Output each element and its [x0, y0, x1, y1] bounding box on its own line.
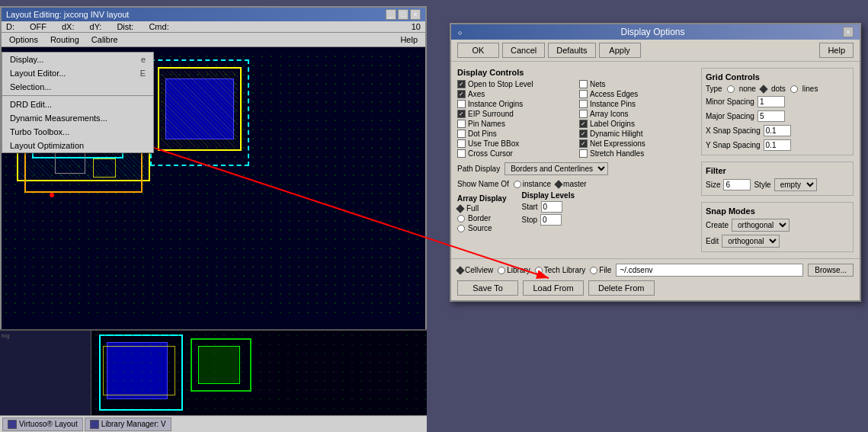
display-options-dialog: ⬦ Display Options × OK Cancel Defaults A…	[450, 23, 861, 302]
dropdown-item-display[interactable]: Display... e	[2, 53, 153, 66]
cb-label-origins[interactable]	[579, 120, 588, 128]
cancel-button[interactable]: Cancel	[502, 43, 545, 58]
path-display-select[interactable]: Borders and Centerlines	[504, 162, 608, 175]
ctrl-open-to-stop: Open to Stop Level	[457, 80, 573, 88]
library-label: Library	[507, 266, 530, 274]
apply-button[interactable]: Apply	[599, 43, 641, 58]
menu-options[interactable]: Options	[3, 34, 44, 46]
bottom-tech-library-item: Tech Library	[535, 266, 585, 274]
id-label: D:	[6, 22, 14, 31]
bottom-two-cols: Array Display Full Border Source	[457, 191, 695, 232]
delete-from-button[interactable]: Delete From	[588, 280, 655, 296]
dialog-close-button[interactable]: ×	[843, 27, 854, 37]
save-to-button[interactable]: Save To	[457, 280, 518, 296]
minimize-btn[interactable]: _	[386, 9, 396, 20]
dropdown-item-drd[interactable]: DRD Edit...	[2, 98, 153, 111]
array-border-radio[interactable]	[457, 215, 465, 222]
cellview-label: Cellview	[465, 266, 493, 274]
dialog-body: Display Controls Open to Stop Level Nets…	[451, 62, 860, 258]
grid-type-label: Type	[706, 85, 722, 93]
menu-routing[interactable]: Routing	[44, 34, 85, 46]
grid-type-lines-radio[interactable]	[790, 85, 798, 93]
dropdown-item-layout-opt[interactable]: Layout Optimization	[2, 139, 153, 152]
browse-button[interactable]: Browse...	[808, 264, 854, 277]
bottom-library-item: Library	[498, 266, 530, 274]
array-full-diamond[interactable]	[456, 204, 464, 213]
filter-size-input[interactable]	[723, 179, 751, 190]
level-start-input[interactable]	[541, 201, 562, 213]
cb-dot-pins[interactable]	[457, 130, 466, 138]
cellview-diamond[interactable]	[456, 266, 464, 274]
cb-array-icons[interactable]	[579, 110, 588, 118]
cb-nets[interactable]	[579, 80, 588, 88]
cb-net-expressions[interactable]	[579, 139, 588, 148]
taskbar-library[interactable]: Library Manager: V	[85, 418, 171, 431]
virtuoso-icon	[8, 420, 17, 429]
small-rect1	[55, 151, 85, 174]
show-name-radio-group: instance master	[514, 180, 587, 188]
dist-label: Dist:	[117, 22, 133, 31]
ctrl-dynamic-hilight: Dynamic Hilight	[579, 130, 695, 138]
maximize-btn[interactable]: □	[398, 9, 408, 20]
radio-master: master	[556, 180, 587, 188]
menu-help[interactable]: Help	[394, 34, 424, 46]
file-path-input[interactable]	[616, 264, 803, 277]
level-start-row: Start	[521, 201, 574, 213]
cb-pin-names[interactable]	[457, 120, 466, 128]
radio-instance-btn[interactable]	[514, 181, 521, 188]
close-btn[interactable]: ×	[410, 9, 421, 20]
dropdown-item-layout-editor[interactable]: Layout Editor... E	[2, 66, 153, 80]
cb-open-to-stop[interactable]	[457, 80, 466, 88]
display-levels-title: Display Levels	[521, 191, 574, 200]
grid-type-none-radio[interactable]	[727, 85, 735, 93]
cb-instance-origins[interactable]	[457, 100, 466, 108]
defaults-button[interactable]: Defaults	[548, 43, 595, 58]
grid-controls-section: Grid Controls Type none dots lines Minor…	[701, 68, 854, 155]
dropdown-item-turbo[interactable]: Turbo Toolbox...	[2, 125, 153, 139]
filter-style-select[interactable]: empty	[774, 178, 817, 191]
dropdown-item-dynamic[interactable]: Dynamic Measurements...	[2, 111, 153, 125]
cb-access-edges[interactable]	[579, 90, 588, 98]
library-radio[interactable]	[498, 267, 505, 274]
minor-spacing-input[interactable]	[757, 96, 785, 107]
cb-instance-pins[interactable]	[579, 100, 588, 108]
dropdown-item-selection[interactable]: Selection...	[2, 80, 153, 94]
grid-type-dots-diamond[interactable]	[759, 85, 767, 93]
taskbar-virtuoso[interactable]: Virtuoso® Layout	[2, 418, 83, 431]
cb-cross-cursor[interactable]	[457, 149, 466, 158]
filter-style-label: Style	[754, 181, 770, 189]
file-radio[interactable]	[590, 267, 597, 274]
cb-dynamic-hilight[interactable]	[579, 130, 588, 138]
level-stop-label: Stop	[521, 216, 537, 224]
controls-grid: Open to Stop Level Nets Axes Access Edge…	[457, 80, 695, 158]
dy-label: dY:	[90, 22, 102, 31]
level-start-label: Start	[521, 203, 537, 211]
menubar: Options Routing Calibre Help	[2, 33, 425, 47]
snap-create-select[interactable]: orthogonal	[732, 219, 790, 232]
layout-title: Layout Editing: jxcong INV layout	[6, 10, 129, 19]
ok-button[interactable]: OK	[457, 43, 499, 58]
cb-axes[interactable]	[457, 90, 466, 98]
snap-edit-select[interactable]: orthogonal	[722, 235, 780, 248]
help-button[interactable]: Help	[819, 43, 854, 58]
cb-stretch-handles[interactable]	[579, 149, 588, 158]
cb-eip-surround[interactable]	[457, 110, 466, 118]
menu-calibre[interactable]: Calibre	[85, 34, 124, 46]
layout-titlebar: Layout Editing: jxcong INV layout _ □ ×	[2, 8, 425, 21]
radio-master-diamond[interactable]	[554, 180, 562, 188]
y-snap-input[interactable]	[764, 139, 791, 151]
minor-spacing-row: Minor Spacing	[706, 96, 849, 107]
level-stop-input[interactable]	[540, 214, 562, 226]
cb-use-true-bbox[interactable]	[457, 139, 466, 148]
array-source-radio[interactable]	[457, 225, 465, 232]
x-snap-input[interactable]	[764, 125, 791, 136]
ctrl-nets: Nets	[579, 80, 695, 88]
filter-title: Filter	[706, 166, 849, 175]
array-display-section: Array Display Full Border Source	[457, 194, 506, 232]
tech-library-radio[interactable]	[535, 267, 543, 274]
major-spacing-input[interactable]	[757, 110, 785, 122]
ctrl-stretch-handles: Stretch Handles	[579, 149, 695, 158]
major-spacing-row: Major Spacing	[706, 110, 849, 122]
load-from-button[interactable]: Load From	[523, 280, 584, 296]
tech-library-label: Tech Library	[544, 266, 585, 274]
